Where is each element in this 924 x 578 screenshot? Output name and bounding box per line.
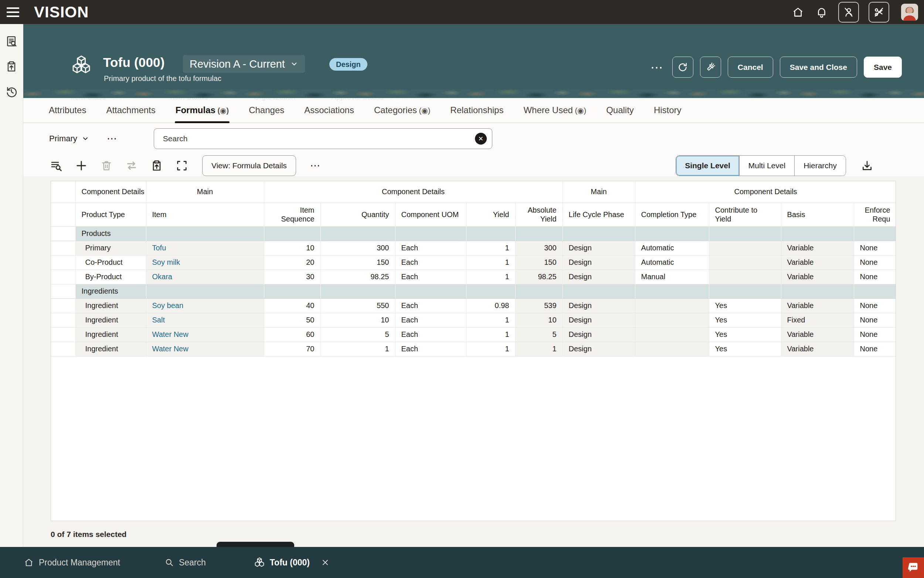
- cell-component-uom[interactable]: Each: [395, 255, 466, 270]
- column-header-quantity[interactable]: Quantity: [320, 203, 395, 226]
- cell-component-uom[interactable]: Each: [395, 342, 466, 356]
- cell-item-sequence[interactable]: 40: [264, 299, 320, 313]
- cancel-button[interactable]: Cancel: [728, 57, 773, 78]
- column-header-yield[interactable]: Yield: [466, 203, 515, 226]
- cell-component-uom[interactable]: Each: [395, 313, 466, 327]
- cell-quantity[interactable]: 150: [320, 255, 395, 270]
- feedback-chat-button[interactable]: [903, 557, 924, 578]
- group-row-products[interactable]: Products: [51, 226, 896, 241]
- home-icon[interactable]: [791, 5, 805, 19]
- cell-enforce-requ[interactable]: None: [854, 255, 896, 270]
- cell-contribute-to-yield[interactable]: Yes: [709, 342, 781, 356]
- cell-quantity[interactable]: 550: [320, 299, 395, 313]
- tab-where-used[interactable]: Where Used (◉): [523, 98, 587, 122]
- user-avatar[interactable]: [901, 4, 918, 21]
- bottom-search[interactable]: Search: [165, 558, 206, 568]
- cell-completion-type[interactable]: Manual: [635, 270, 709, 284]
- download-icon[interactable]: [860, 159, 874, 173]
- clear-search-icon[interactable]: ✕: [475, 133, 487, 144]
- cell-yield[interactable]: 1: [466, 313, 515, 327]
- row-selector[interactable]: [51, 313, 75, 327]
- cell-item-sequence[interactable]: 50: [264, 313, 320, 327]
- column-header-item-sequence[interactable]: Item Sequence: [264, 203, 320, 226]
- save-button[interactable]: Save: [864, 57, 902, 78]
- impersonation-off-button[interactable]: [838, 2, 859, 23]
- cell-contribute-to-yield[interactable]: Yes: [709, 299, 781, 313]
- column-header-component-uom[interactable]: Component UOM: [395, 203, 466, 226]
- tab-associations[interactable]: Associations: [303, 98, 355, 122]
- item-link[interactable]: Soy milk: [152, 258, 180, 266]
- table-row[interactable]: IngredientWater New605Each15DesignYesVar…: [51, 327, 896, 342]
- cut-off-button[interactable]: [869, 2, 889, 23]
- cell-component-uom[interactable]: Each: [395, 327, 466, 342]
- flashlight-button[interactable]: [700, 57, 721, 78]
- table-row[interactable]: IngredientWater New701Each11DesignYesVar…: [51, 342, 896, 356]
- cell-item-sequence[interactable]: 20: [264, 255, 320, 270]
- row-selector[interactable]: [51, 327, 75, 342]
- add-row-icon[interactable]: [74, 159, 88, 173]
- item-link[interactable]: Tofu: [152, 244, 166, 252]
- tab-history[interactable]: History: [653, 98, 682, 122]
- item-link[interactable]: Soy bean: [152, 301, 184, 310]
- expand-fullscreen-icon[interactable]: [175, 159, 189, 173]
- row-selector[interactable]: [51, 270, 75, 284]
- cell-quantity[interactable]: 98.25: [320, 270, 395, 284]
- table-row[interactable]: By-ProductOkara3098.25Each198.25DesignMa…: [51, 270, 896, 284]
- toolbar-more-actions-icon[interactable]: ⋯: [310, 164, 322, 167]
- cell-item-sequence[interactable]: 10: [264, 241, 320, 255]
- group-row-ingredients[interactable]: Ingredients: [51, 284, 896, 299]
- column-header-contribute-to-yield[interactable]: Contribute to Yield: [709, 203, 781, 226]
- row-selector[interactable]: [51, 226, 75, 241]
- cell-enforce-requ[interactable]: None: [854, 299, 896, 313]
- cell-enforce-requ[interactable]: None: [854, 270, 896, 284]
- delete-row-icon[interactable]: [99, 159, 113, 173]
- bottom-home-product-management[interactable]: Product Management: [24, 557, 120, 568]
- refresh-button[interactable]: [672, 57, 693, 78]
- column-header-absolute-yield[interactable]: Absolute Yield: [515, 203, 563, 226]
- item-link[interactable]: Water New: [152, 330, 188, 338]
- formula-more-actions-icon[interactable]: ⋯: [107, 136, 118, 141]
- tab-attributes[interactable]: Attributes: [48, 98, 87, 122]
- table-row[interactable]: IngredientSalt5010Each110DesignYesFixedN…: [51, 313, 896, 327]
- column-header-product-type[interactable]: Product Type: [75, 203, 146, 226]
- header-more-actions-icon[interactable]: ⋯: [651, 61, 664, 74]
- paste-clipboard-icon[interactable]: [150, 159, 164, 173]
- cell-item-sequence[interactable]: 30: [264, 270, 320, 284]
- row-selector[interactable]: [51, 255, 75, 270]
- cell-quantity[interactable]: 1: [320, 342, 395, 356]
- bottom-tab-tofu[interactable]: Tofu (000): [254, 557, 330, 568]
- item-link[interactable]: Water New: [152, 345, 188, 353]
- table-row[interactable]: PrimaryTofu10300Each1300DesignAutomaticV…: [51, 241, 896, 255]
- cell-yield[interactable]: 1: [466, 255, 515, 270]
- column-header-life-cycle-phase[interactable]: Life Cycle Phase: [563, 203, 635, 226]
- publish-clipboard-icon[interactable]: [5, 60, 18, 74]
- cell-yield[interactable]: 1: [466, 270, 515, 284]
- mode-single-level[interactable]: Single Level: [676, 156, 739, 176]
- tab-relationships[interactable]: Relationships: [450, 98, 504, 122]
- search-input[interactable]: [162, 134, 475, 143]
- mode-multi-level[interactable]: Multi Level: [739, 156, 794, 176]
- cell-component-uom[interactable]: Each: [395, 241, 466, 255]
- tab-quality[interactable]: Quality: [605, 98, 634, 122]
- mode-hierarchy[interactable]: Hierarchy: [794, 156, 846, 176]
- cell-contribute-to-yield[interactable]: Yes: [709, 327, 781, 342]
- save-and-close-button[interactable]: Save and Close: [780, 57, 857, 78]
- row-selector[interactable]: [51, 299, 75, 313]
- cell-enforce-requ[interactable]: None: [854, 342, 896, 356]
- item-link[interactable]: Salt: [152, 316, 165, 324]
- cell-yield[interactable]: 1: [466, 342, 515, 356]
- cell-product-type[interactable]: By-Product: [75, 270, 146, 284]
- cell-yield[interactable]: 1: [466, 241, 515, 255]
- cell-yield[interactable]: 0.98: [466, 299, 515, 313]
- cell-quantity[interactable]: 300: [320, 241, 395, 255]
- tab-attachments[interactable]: Attachments: [105, 98, 156, 122]
- cell-enforce-requ[interactable]: None: [854, 313, 896, 327]
- hamburger-menu-icon[interactable]: [6, 7, 19, 17]
- cell-contribute-to-yield[interactable]: Yes: [709, 313, 781, 327]
- cell-component-uom[interactable]: Each: [395, 270, 466, 284]
- row-selector[interactable]: [51, 241, 75, 255]
- cell-enforce-requ[interactable]: None: [854, 241, 896, 255]
- column-header-completion-type[interactable]: Completion Type: [635, 203, 709, 226]
- replace-swap-icon[interactable]: [125, 159, 139, 173]
- cell-item-sequence[interactable]: 70: [264, 342, 320, 356]
